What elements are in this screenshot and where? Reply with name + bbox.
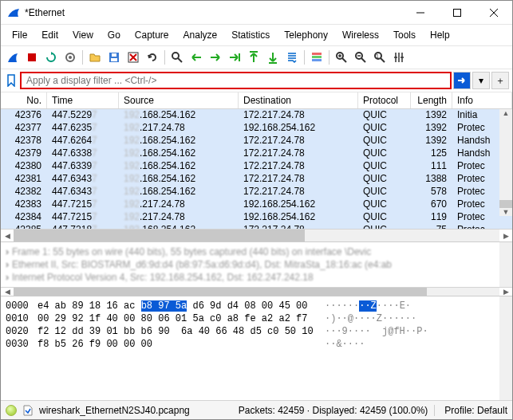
auto-scroll-button[interactable]: [283, 49, 301, 66]
filter-history-button[interactable]: ▾: [472, 72, 490, 89]
header-no[interactable]: No.: [1, 92, 47, 108]
hex-row[interactable]: 0030f8 b5 26 f9 00 00 00··&····: [6, 338, 495, 351]
reload-button[interactable]: [144, 49, 161, 66]
svg-rect-1: [28, 53, 36, 61]
header-length[interactable]: Length: [411, 92, 452, 108]
svg-text:1: 1: [376, 53, 379, 59]
packet-list-pane: No. Time Source Destination Protocol Len…: [1, 92, 512, 242]
packet-row[interactable]: 42379447.63387192.168.254.162172.217.24.…: [1, 147, 512, 160]
packet-row[interactable]: 42380447.63397192.168.254.162172.217.24.…: [1, 160, 512, 173]
titlebar: *Ethernet: [1, 1, 512, 25]
menu-edit[interactable]: Edit: [35, 28, 65, 42]
find-packet-button[interactable]: [168, 49, 186, 66]
minimize-button[interactable]: [402, 1, 439, 25]
app-icon: [7, 6, 20, 19]
detail-line[interactable]: Frame 1: 55 bytes on wire (440 bits), 55…: [12, 246, 371, 257]
restart-capture-button[interactable]: [42, 49, 60, 66]
menu-go[interactable]: Go: [101, 28, 127, 42]
save-file-button[interactable]: [105, 49, 123, 66]
close-file-button[interactable]: [124, 49, 142, 66]
packet-bytes-pane[interactable]: 0000e4 ab 89 18 16 ac b8 97 5a d6 9d d4 …: [1, 296, 512, 400]
packet-row[interactable]: 42377447.62357192.217.24.78192.168.254.1…: [1, 122, 512, 135]
header-time[interactable]: Time: [47, 92, 119, 108]
close-button[interactable]: [476, 1, 512, 25]
packet-list-vscrollbar[interactable]: ▲ ▼: [499, 109, 512, 216]
packet-row[interactable]: 42382447.63437192.168.254.162172.217.24.…: [1, 186, 512, 198]
menu-wireless[interactable]: Wireless: [336, 28, 385, 42]
details-hscrollbar[interactable]: ◀ ▶: [1, 287, 512, 296]
svg-rect-11: [312, 59, 322, 61]
maximize-button[interactable]: [439, 1, 476, 25]
details-vscrollbar[interactable]: [499, 242, 512, 287]
menu-statistics[interactable]: Statistics: [225, 28, 276, 42]
stop-capture-button[interactable]: [23, 49, 41, 66]
packet-row[interactable]: 42376447.52297192.168.254.162172.217.24.…: [1, 109, 512, 122]
display-filter-input[interactable]: [20, 72, 452, 89]
packet-list-hscrollbar[interactable]: ◀ ▶: [1, 229, 512, 241]
svg-point-3: [69, 56, 72, 59]
svg-rect-6: [112, 53, 116, 57]
header-protocol[interactable]: Protocol: [358, 92, 411, 108]
packet-list-header[interactable]: No. Time Source Destination Protocol Len…: [1, 92, 512, 109]
header-info[interactable]: Info: [452, 92, 512, 108]
main-toolbar: 1: [1, 46, 512, 69]
packet-row[interactable]: 42385447.72187192.168.254.162172.217.24.…: [1, 224, 512, 229]
go-forward-button[interactable]: [207, 49, 224, 66]
bookmark-icon[interactable]: [4, 73, 18, 88]
hex-row[interactable]: 0020f2 12 dd 39 01 bb b6 90 6a 40 66 48 …: [6, 325, 495, 338]
packet-details-pane[interactable]: ›Frame 1: 55 bytes on wire (440 bits), 5…: [1, 242, 512, 296]
menu-capture[interactable]: Capture: [128, 28, 176, 42]
apply-filter-button[interactable]: [453, 72, 471, 89]
go-first-button[interactable]: [245, 49, 262, 66]
detail-line[interactable]: Ethernet II, Src: BIOSTARM_d6:9d:d4 (b8:…: [12, 259, 392, 270]
detail-line[interactable]: Internet Protocol Version 4, Src: 192.16…: [12, 272, 314, 283]
window-title: *Ethernet: [25, 7, 402, 18]
zoom-in-button[interactable]: [333, 49, 350, 66]
open-file-button[interactable]: [86, 49, 104, 66]
menu-file[interactable]: File: [6, 28, 34, 42]
capture-file-icon: [22, 404, 34, 417]
status-bar: wireshark_EthernetN2SJ40.pcapng Packets:…: [1, 400, 512, 419]
packet-row[interactable]: 42381447.63437192.168.254.162172.217.24.…: [1, 173, 512, 186]
packet-row[interactable]: 42378447.62647192.168.254.162172.217.24.…: [1, 135, 512, 147]
menu-help[interactable]: Help: [424, 28, 456, 42]
header-destination[interactable]: Destination: [239, 92, 358, 108]
packet-row[interactable]: 42384447.72157192.217.24.78192.168.254.1…: [1, 211, 512, 224]
svg-rect-0: [454, 9, 461, 16]
zoom-reset-button[interactable]: 1: [371, 49, 389, 66]
menu-tools[interactable]: Tools: [387, 28, 422, 42]
capture-options-button[interactable]: [61, 49, 79, 66]
status-counts: Packets: 42459 · Displayed: 42459 (100.0…: [239, 405, 428, 416]
resize-columns-button[interactable]: [390, 49, 408, 66]
hex-vscrollbar[interactable]: [499, 296, 512, 400]
expert-info-icon[interactable]: [6, 405, 17, 416]
go-to-packet-button[interactable]: [226, 49, 243, 66]
menu-bar: File Edit View Go Capture Analyze Statis…: [1, 25, 512, 46]
svg-rect-10: [312, 56, 322, 58]
go-last-button[interactable]: [264, 49, 282, 66]
start-capture-button[interactable]: [4, 49, 22, 66]
svg-rect-5: [111, 58, 117, 61]
menu-telephony[interactable]: Telephony: [278, 28, 334, 42]
svg-point-8: [172, 53, 179, 59]
status-file: wireshark_EthernetN2SJ40.pcapng: [39, 405, 190, 416]
colorize-button[interactable]: [308, 49, 326, 66]
go-back-button[interactable]: [187, 49, 205, 66]
header-source[interactable]: Source: [119, 92, 239, 108]
svg-rect-9: [312, 53, 322, 55]
menu-view[interactable]: View: [66, 28, 100, 42]
hex-row[interactable]: 001000 29 92 1f 40 00 80 06 01 5a c0 a8 …: [6, 312, 495, 325]
add-filter-button[interactable]: ＋: [491, 72, 509, 89]
zoom-out-button[interactable]: [352, 49, 369, 66]
status-profile[interactable]: Profile: Default: [434, 405, 507, 416]
menu-analyze[interactable]: Analyze: [177, 28, 224, 42]
filter-bar: ▾ ＋: [1, 69, 512, 92]
packet-row[interactable]: 42383447.72157192.217.24.78192.168.254.1…: [1, 198, 512, 211]
hex-row[interactable]: 0000e4 ab 89 18 16 ac b8 97 5a d6 9d d4 …: [6, 300, 495, 312]
